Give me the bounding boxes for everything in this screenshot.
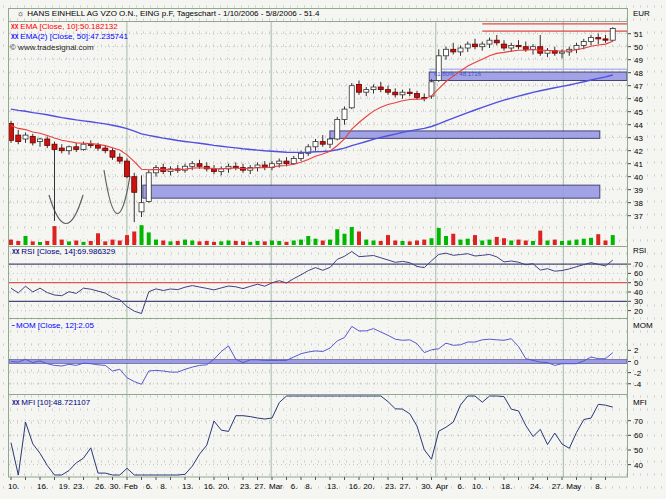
volume-bar [328,240,332,245]
volume-bar [473,235,477,245]
mom-zero-zone [9,360,627,364]
volume-bar [567,241,571,246]
axis-tick-label: 47 [634,82,643,91]
candle-body [233,166,238,167]
axis-tick-label: 70 [634,260,643,269]
candle-body [74,147,79,150]
axis-tick-label: 24. [530,482,541,491]
volume-bar [125,235,129,245]
rsi-axis-label: RSI [633,246,646,255]
candle-body [81,144,86,149]
candle-body [581,42,586,46]
volume-bar [531,241,535,245]
axis-tick-label: -2 [634,369,642,378]
legend-ema50[interactable]: XXEMA(2) [Close, 50]:47.235741 [10,32,128,41]
axis-tick-label: 6. [458,482,465,491]
candle-body [444,49,449,56]
copyright-label: © www.tradesignal.com [10,43,94,52]
axis-tick-label: 8. [160,482,167,491]
axis-tick-label: 39 [634,186,643,195]
volume-bar [169,241,173,245]
axis-tick-label: Mar [269,482,283,491]
volume-bar [502,238,506,245]
candle-body [393,92,398,95]
volume-bar [147,232,151,245]
candle-body [125,161,130,177]
axis-tick-label: 8. [305,482,312,491]
candle-body [509,45,514,48]
candle-body [378,87,383,90]
candle-body [415,94,420,98]
volume-bar [89,241,93,245]
volume-bar [176,241,180,245]
volume-bar [227,241,231,246]
axis-tick-label: 40 [634,288,643,297]
candle-body [299,153,304,158]
chart-title: HANS EINHELL AG VZO O.N., EING p.F, Tage… [27,9,319,18]
candle-body [407,92,412,93]
legend-mom-text: MOM [Close, 12]:2.05 [16,321,94,330]
axis-tick-label: 37 [634,212,643,221]
axis-tick-label: 49 [634,56,643,65]
line-style-icon: XX [12,398,19,407]
axis-tick-label: 40 [634,461,643,470]
axis-tick-label: 20. [363,482,374,491]
axis-tick-label: 13. [182,482,193,491]
axis-tick-label: 19. [59,482,70,491]
candle-body [284,161,289,164]
volume-bar [96,233,100,245]
legend-ema10[interactable]: XXEMA [Close, 10]:50.182132 [10,22,118,31]
volume-bar [343,234,347,245]
legend-rsi[interactable]: XXRSI [Close, 14]:69.986329 [11,247,115,256]
legend-mom[interactable]: ~MOM [Close, 12]:2.05 [11,321,94,330]
mom-line [11,326,613,384]
volume-bar [495,237,499,245]
legend-mfi[interactable]: XXMFI [10]:48.721107 [11,398,90,407]
candle-body [197,164,202,167]
chart-settings-icon[interactable]: ☼ [17,9,24,18]
volume-bar [459,240,463,245]
axis-tick-label: Feb [124,482,138,491]
legend-ema50-text: EMA(2) [Close, 50]:47.235741 [20,32,128,41]
line-style-icon: XX [11,22,18,31]
candle-body [219,169,224,172]
volume-bar [299,240,303,245]
ema50-line [11,75,613,152]
candle-body [328,139,333,144]
volume-bar [292,241,296,246]
volume-bar [38,242,42,245]
volume-bar [524,241,528,246]
candle-body [364,90,369,93]
volume-bar [140,225,144,245]
axis-tick-label: 20 [634,307,643,316]
candle-body [110,151,115,158]
volume-bar [364,240,368,245]
candle-body [103,148,108,151]
axis-tick-label: 23. [240,482,251,491]
volume-bar [604,241,608,246]
candle-body [523,47,528,50]
volume-bar [430,238,434,245]
volume-bar [517,240,521,245]
axis-tick-label: 50 [634,446,643,455]
axis-tick-label: 27. [552,482,563,491]
candle-body [516,45,521,46]
title-bar: ☼HANS EINHELL AG VZO O.N., EING p.F, Tag… [17,9,319,18]
line-style-icon: ~ [11,321,14,330]
candle-body [117,157,122,161]
axis-tick-label: 30 [634,297,643,306]
volume-bar [205,241,209,245]
axis-tick-label: 70 [634,417,643,426]
volume-bar [408,241,412,245]
axis-tick-label: 42 [634,147,643,156]
volume-bar [183,240,187,245]
axis-tick-label: 6. [291,482,298,491]
fib-level-label[interactable]: 61.80% : 48.1716 [434,71,481,77]
volume-bar [219,241,223,245]
candle-body [458,48,463,52]
candle-body [400,92,405,95]
axis-tick-label: 44 [634,121,643,130]
candle-body [451,49,456,52]
candle-body [502,44,507,48]
candle-body [212,169,217,172]
